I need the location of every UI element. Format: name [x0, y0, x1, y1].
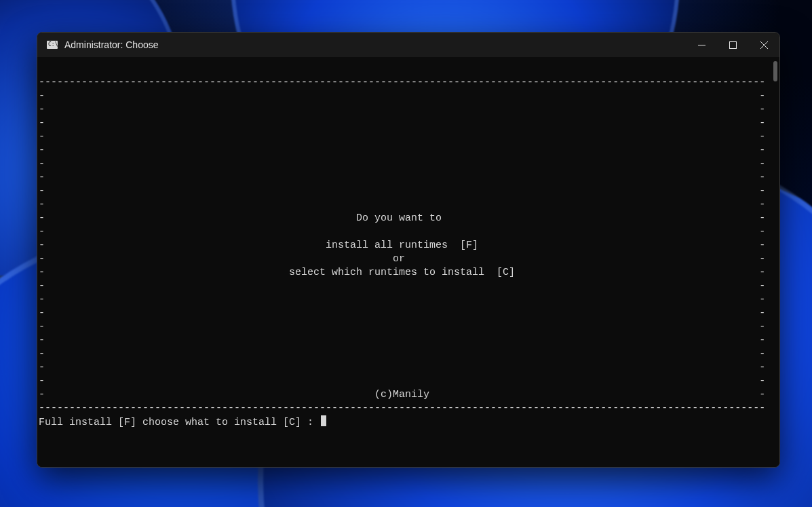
scrollbar[interactable]: [770, 57, 779, 467]
terminal-client-area[interactable]: ----------------------------------------…: [37, 57, 779, 467]
titlebar[interactable]: Administrator: Choose: [37, 33, 779, 57]
terminal-window: Administrator: Choose ------------------…: [37, 32, 780, 468]
window-title: Administrator: Choose: [64, 39, 159, 50]
input-cursor: [321, 415, 326, 426]
minimize-button[interactable]: [686, 33, 717, 57]
maximize-button[interactable]: [717, 33, 748, 57]
cmd-icon: [47, 41, 58, 49]
close-button[interactable]: [748, 33, 779, 57]
terminal-output[interactable]: ----------------------------------------…: [37, 57, 770, 467]
scrollbar-thumb[interactable]: [773, 61, 777, 81]
svg-rect-0: [729, 41, 736, 48]
